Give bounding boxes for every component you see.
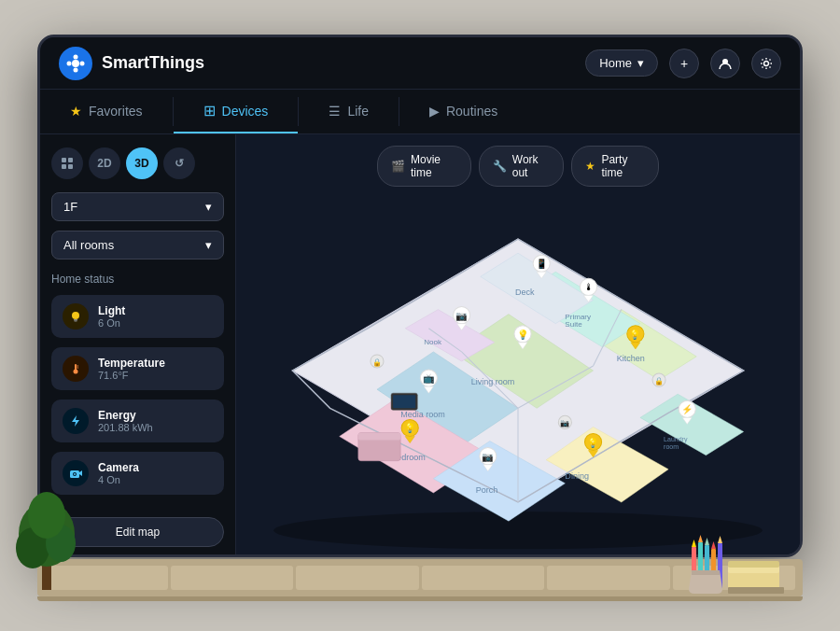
tab-favorites[interactable]: ★ Favorites xyxy=(40,90,173,133)
floor-plan: Living room Media room Bedroom Porch Din… xyxy=(245,181,791,551)
svg-marker-107 xyxy=(718,536,722,543)
2d-label: 2D xyxy=(97,157,111,170)
svg-rect-90 xyxy=(393,395,415,408)
tab-devices[interactable]: ⊞ Devices xyxy=(174,90,299,133)
svg-text:Nook: Nook xyxy=(424,338,442,346)
floor-selector[interactable]: 1F ▾ xyxy=(51,192,224,221)
light-value: 6 On xyxy=(98,317,125,329)
tab-life[interactable]: ☰ Life xyxy=(299,90,399,133)
svg-rect-10 xyxy=(68,164,73,169)
svg-rect-9 xyxy=(62,164,66,169)
svg-text:room: room xyxy=(664,443,679,450)
svg-text:Deck: Deck xyxy=(515,287,535,297)
energy-info: Energy 201.88 kWh xyxy=(98,409,153,433)
camera-value: 4 On xyxy=(98,474,139,485)
svg-marker-105 xyxy=(711,541,716,549)
life-icon: ☰ xyxy=(329,104,341,119)
svg-point-11 xyxy=(72,312,79,319)
floor-label: 1F xyxy=(63,200,77,214)
svg-rect-110 xyxy=(728,561,779,568)
energy-label: Energy xyxy=(98,409,153,422)
svg-rect-12 xyxy=(74,319,77,321)
plant-decoration xyxy=(14,478,79,603)
tab-devices-label: Devices xyxy=(222,104,269,119)
svg-text:Porch: Porch xyxy=(476,485,498,495)
home-selector[interactable]: Home ▾ xyxy=(585,49,658,77)
home-status-title: Home status xyxy=(51,273,224,286)
3d-view-btn[interactable]: 3D xyxy=(126,147,158,179)
svg-point-0 xyxy=(72,60,79,67)
status-temperature[interactable]: Temperature 71.6°F xyxy=(51,347,224,390)
svg-marker-101 xyxy=(698,535,703,542)
history-icon: ↺ xyxy=(175,157,184,170)
floor-chevron-icon: ▾ xyxy=(205,200,212,214)
nav-tabs: ★ Favorites ⊞ Devices ☰ Life ▶ Routines xyxy=(40,90,800,134)
tab-routines-label: Routines xyxy=(446,104,497,119)
svg-text:📷: 📷 xyxy=(482,451,494,463)
svg-text:📱: 📱 xyxy=(536,258,548,270)
svg-point-3 xyxy=(67,61,72,65)
svg-point-22 xyxy=(74,473,76,475)
header-right: Home ▾ + xyxy=(585,49,781,78)
svg-marker-18 xyxy=(72,415,79,427)
movie-time-btn[interactable]: 🎬 Movie time xyxy=(377,146,471,187)
drawer-4 xyxy=(422,566,545,590)
history-btn[interactable]: ↺ xyxy=(163,147,195,179)
favorites-icon: ★ xyxy=(70,104,82,119)
quick-actions: 🎬 Movie time 🔧 Work out ★ Party time xyxy=(377,146,659,187)
settings-button[interactable] xyxy=(751,49,781,78)
svg-marker-20 xyxy=(79,470,82,476)
svg-text:Living room: Living room xyxy=(471,377,515,386)
svg-point-15 xyxy=(74,370,78,374)
energy-icon xyxy=(63,408,89,434)
grid-view-btn[interactable] xyxy=(51,147,83,179)
svg-point-6 xyxy=(764,61,769,65)
svg-text:💡: 💡 xyxy=(587,437,599,449)
2d-view-btn[interactable]: 2D xyxy=(89,147,120,179)
party-label: Party time xyxy=(601,153,645,179)
status-light[interactable]: Light 6 On xyxy=(51,295,224,338)
camera-info: Camera 4 On xyxy=(98,461,139,485)
camera-label: Camera xyxy=(98,461,139,474)
svg-rect-111 xyxy=(728,587,784,594)
room-selector[interactable]: All rooms ▾ xyxy=(51,231,224,259)
tab-routines[interactable]: ▶ Routines xyxy=(399,90,527,133)
add-button[interactable]: + xyxy=(669,49,699,78)
svg-point-2 xyxy=(74,67,78,72)
status-energy[interactable]: Energy 201.88 kWh xyxy=(51,400,224,442)
party-icon: ★ xyxy=(585,160,595,173)
drawer-2 xyxy=(171,566,294,590)
map-area: 🎬 Movie time 🔧 Work out ★ Party time xyxy=(236,134,800,557)
routines-icon: ▶ xyxy=(429,104,440,119)
svg-marker-99 xyxy=(692,540,696,547)
profile-button[interactable] xyxy=(710,49,740,78)
temperature-icon xyxy=(63,356,89,382)
tv-frame: SmartThings Home ▾ + xyxy=(37,35,803,557)
chevron-icon: ▾ xyxy=(637,56,644,70)
svg-text:Media room: Media room xyxy=(400,410,445,419)
svg-point-4 xyxy=(80,61,85,65)
room-chevron-icon: ▾ xyxy=(205,238,212,252)
svg-text:🌡: 🌡 xyxy=(584,282,594,292)
movie-icon: 🎬 xyxy=(391,160,405,173)
svg-rect-92 xyxy=(358,432,400,440)
svg-text:Kitchen: Kitchen xyxy=(617,354,645,363)
svg-text:💡: 💡 xyxy=(629,329,641,341)
svg-point-97 xyxy=(28,492,65,539)
party-time-btn[interactable]: ★ Party time xyxy=(571,146,659,187)
svg-rect-7 xyxy=(62,158,66,162)
temperature-label: Temperature xyxy=(98,357,165,370)
workout-btn[interactable]: 🔧 Work out xyxy=(479,146,565,187)
tab-life-label: Life xyxy=(347,104,369,119)
workout-label: Work out xyxy=(512,153,551,179)
3d-label: 3D xyxy=(134,157,148,170)
svg-text:Suite: Suite xyxy=(565,320,582,329)
svg-text:⚡: ⚡ xyxy=(681,403,693,415)
svg-rect-13 xyxy=(75,321,77,322)
devices-icon: ⊞ xyxy=(203,102,216,119)
svg-text:Dining: Dining xyxy=(565,471,589,481)
home-label: Home xyxy=(599,56,632,70)
logo-icon xyxy=(59,47,92,80)
view-controls: 2D 3D ↺ xyxy=(51,147,224,179)
drawer-3 xyxy=(296,566,419,590)
